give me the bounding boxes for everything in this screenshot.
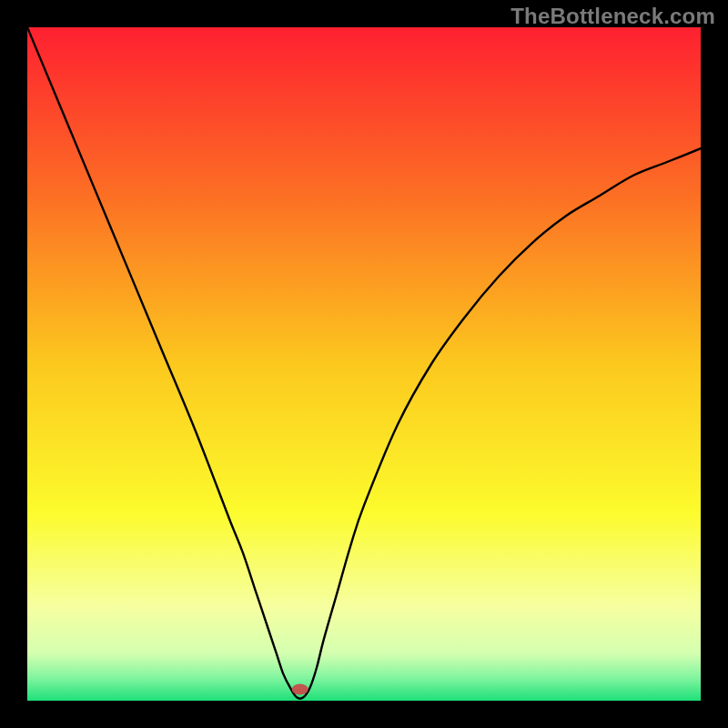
plot-area bbox=[27, 27, 701, 701]
chart-svg bbox=[27, 27, 701, 701]
optimal-marker bbox=[292, 683, 308, 694]
gradient-rect bbox=[27, 27, 701, 701]
chart-frame: TheBottleneck.com bbox=[0, 0, 728, 728]
watermark-text: TheBottleneck.com bbox=[511, 4, 715, 29]
